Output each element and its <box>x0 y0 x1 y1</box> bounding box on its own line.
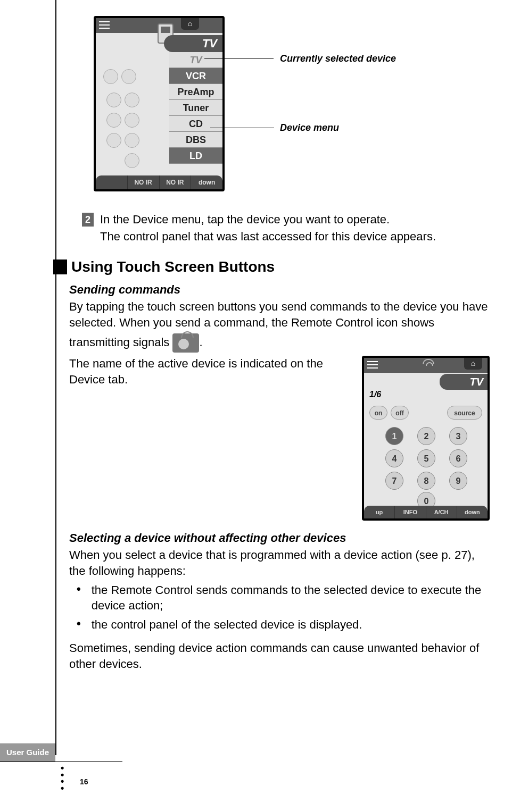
dimmed-button <box>125 133 139 148</box>
keypad-9[interactable]: 9 <box>449 472 467 490</box>
device-tab: TV <box>164 35 222 52</box>
vertical-rule <box>55 0 56 755</box>
softkey <box>96 175 127 189</box>
list-icon <box>99 21 110 29</box>
dimmed-button <box>121 69 136 84</box>
softkey-up[interactable]: up <box>364 506 394 518</box>
device-menu-list: TV VCR PreAmp Tuner CD DBS LD <box>169 52 222 164</box>
device-menu-item[interactable]: Tuner <box>169 100 222 116</box>
bullet-icon: • <box>77 617 81 633</box>
footer-tab: User Guide <box>0 743 55 761</box>
keypad-2[interactable]: 2 <box>417 427 435 445</box>
on-button[interactable]: on <box>369 406 387 420</box>
softkey-info[interactable]: INFO <box>394 506 425 518</box>
home-icon: ⌂ <box>181 18 199 30</box>
device-menu-item[interactable]: DBS <box>169 132 222 148</box>
footer-dots: •••• <box>61 765 64 791</box>
page-indicator: 1/6 <box>369 390 381 399</box>
bullet-icon: • <box>77 582 81 614</box>
dimmed-button <box>106 113 121 128</box>
keypad-6[interactable]: 6 <box>449 449 467 467</box>
callout-selected-device: Currently selected device <box>280 53 396 64</box>
figure-device-menu: ⌂ TV TV VCR PreAmp Tuner CD DBS LD <box>94 16 490 191</box>
text-and-figure-row: The name of the active device is indicat… <box>69 356 490 521</box>
dimmed-button <box>125 153 139 168</box>
keypad-5[interactable]: 5 <box>417 449 435 467</box>
softkey: NO IR <box>127 175 159 189</box>
remote-bottom-bar: up INFO A/CH down <box>364 506 488 518</box>
bullet-list: • the Remote Control sends commands to t… <box>69 582 490 633</box>
keypad-4[interactable]: 4 <box>385 449 403 467</box>
dimmed-button <box>125 93 139 107</box>
section-heading-row: Using Touch Screen Buttons <box>53 258 490 275</box>
step-number: 2 <box>82 213 94 227</box>
softkey: NO IR <box>159 175 191 189</box>
device-menu-item[interactable]: CD <box>169 116 222 132</box>
remote-screenshot-tv-panel: ⌂ TV 1/6 on off source 1 2 3 4 5 6 7 8 9… <box>362 356 490 521</box>
remote-bottom-bar: NO IR NO IR down <box>96 175 222 189</box>
callout-line <box>204 58 274 59</box>
subheading-sending: Sending commands <box>69 283 490 297</box>
dimmed-button <box>106 133 121 148</box>
transmit-icon <box>172 333 199 353</box>
device-menu-item[interactable]: LD <box>169 148 222 164</box>
softkey-down[interactable]: down <box>457 506 488 518</box>
paragraph: By tapping the touch screen buttons you … <box>69 299 490 330</box>
paragraph: When you select a device that is program… <box>69 547 490 579</box>
section-heading: Using Touch Screen Buttons <box>71 258 275 275</box>
softkey-ach[interactable]: A/CH <box>426 506 457 518</box>
dimmed-button <box>125 113 139 128</box>
keypad-1[interactable]: 1 <box>385 427 403 445</box>
device-menu-item[interactable]: PreAmp <box>169 84 222 100</box>
callout-line <box>210 128 274 128</box>
callout-device-menu: Device menu <box>280 122 339 133</box>
softkey: down <box>191 175 222 189</box>
paragraph: The name of the active device is indicat… <box>69 356 351 387</box>
bullet-item: • the Remote Control sends commands to t… <box>77 582 490 614</box>
source-button[interactable]: source <box>447 406 482 420</box>
page-content: ⌂ TV TV VCR PreAmp Tuner CD DBS LD <box>69 16 490 675</box>
device-tab: TV <box>440 374 488 390</box>
remote-topbar: ⌂ <box>364 358 488 373</box>
bullet-item: • the control panel of the selected devi… <box>77 617 490 633</box>
remote-screenshot-device-menu: ⌂ TV TV VCR PreAmp Tuner CD DBS LD <box>94 16 225 191</box>
keypad-3[interactable]: 3 <box>449 427 467 445</box>
keypad-8[interactable]: 8 <box>417 472 435 490</box>
device-menu-item[interactable]: TV <box>169 52 222 68</box>
footer-rule <box>0 761 122 762</box>
paragraph: transmitting signals . <box>69 333 490 353</box>
subheading-selecting: Selecting a device without affecting oth… <box>69 531 490 545</box>
home-icon: ⌂ <box>464 358 482 370</box>
device-menu-item[interactable]: VCR <box>169 68 222 84</box>
signal-icon <box>423 359 434 364</box>
keypad-7[interactable]: 7 <box>385 472 403 490</box>
paragraph: Sometimes, sending device action command… <box>69 640 490 672</box>
heading-square-icon <box>53 259 67 274</box>
step-text: In the Device menu, tap the device you w… <box>100 213 390 227</box>
dimmed-button <box>106 93 121 107</box>
page-number: 16 <box>80 777 88 786</box>
list-icon <box>367 361 378 369</box>
dimmed-button <box>103 69 118 84</box>
step-2: 2 In the Device menu, tap the device you… <box>82 213 490 227</box>
step-subtext: The control panel that was last accessed… <box>100 230 490 244</box>
off-button[interactable]: off <box>391 406 409 420</box>
